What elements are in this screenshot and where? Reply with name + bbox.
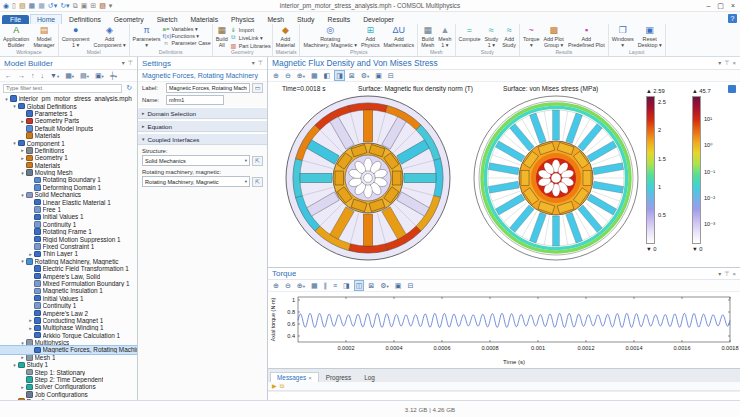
zoom-extents-icon[interactable]: ⊕▾ [295, 280, 307, 291]
move-up-icon[interactable]: ↑ [29, 70, 37, 81]
image-snapshot-icon[interactable]: ▣ [393, 280, 404, 291]
tree-node[interactable]: ▾interior_pm_motor_stress_analysis.mph [0, 95, 137, 102]
x-log-scale-icon[interactable]: ∥ [322, 280, 330, 291]
tree-node[interactable]: ▸Definitions [0, 147, 137, 154]
tree-node[interactable]: Ampère's Law, Solid [0, 272, 137, 279]
plot-toggle-icon[interactable]: ◨ [334, 70, 345, 81]
tree-node[interactable]: Continuity 1 [0, 302, 137, 309]
pin-icon[interactable]: ⊤ [724, 271, 729, 277]
section-domain-selection[interactable]: ▸ Domain Selection [138, 107, 267, 119]
open-file-icon[interactable]: ▧ [19, 2, 26, 9]
chevron-right-icon[interactable]: ▸ [27, 251, 34, 257]
ribbon-tab-sketch[interactable]: Sketch [151, 15, 184, 24]
chevron-right-icon[interactable]: ▸ [19, 354, 26, 360]
zoom-out-icon[interactable]: ⊖ [283, 70, 293, 81]
copy-text-icon[interactable]: ⧉ [280, 383, 284, 389]
messages-tab-log[interactable]: Log [358, 373, 381, 382]
chevron-right-icon[interactable]: ▸ [19, 147, 26, 153]
redo-icon[interactable]: ↻▾ [60, 2, 69, 9]
close-icon[interactable]: × [732, 60, 736, 66]
section-coupled-interfaces[interactable]: ▾ Coupled Interfaces [138, 133, 267, 145]
livelink-button[interactable]: ⧉LiveLink ▾ [230, 34, 271, 41]
parameters-button[interactable]: πParameters▾ [131, 25, 163, 48]
tree-node[interactable]: ▸Geometry 1 [0, 154, 137, 161]
zoom-in-icon[interactable]: ⊕ [271, 280, 281, 291]
model-manager-button[interactable]: ▤ModelManager [31, 25, 56, 48]
panel-menu-icon[interactable]: ▾ [718, 271, 721, 277]
comsol-logo-icon[interactable]: ◉ [3, 2, 9, 9]
minimize-icon[interactable]: – [706, 2, 710, 9]
chevron-right-icon[interactable]: ▸ [27, 325, 34, 331]
y-log-scale-icon[interactable]: ≡ [331, 280, 339, 291]
tree-node[interactable]: ▾Solid Mechanics [0, 191, 137, 198]
part-libraries-button[interactable]: ▥Part Libraries [230, 42, 271, 49]
filter-icon[interactable]: ╪▾ [108, 70, 119, 81]
component-1-button[interactable]: ●Component1 ▾ [60, 25, 92, 48]
save-file-icon[interactable]: ▦ [29, 2, 36, 9]
tree-node[interactable]: ▸Geometry Parts [0, 117, 137, 124]
ribbon-tab-mesh[interactable]: Mesh [261, 15, 290, 24]
zoom-in-icon[interactable]: ⊕ [271, 70, 281, 81]
tree-node[interactable]: ▾Global Definitions [0, 102, 137, 109]
parameter-case-button[interactable]: πParameter Case [162, 40, 210, 46]
sort-icon[interactable]: ▤▾ [78, 70, 91, 81]
zoom-extents-icon[interactable]: ⊕▾ [295, 70, 307, 81]
tree-node[interactable]: Materials [0, 162, 137, 169]
chevron-down-icon[interactable]: ▾ [11, 103, 18, 109]
ribbon-tab-materials[interactable]: Materials [184, 15, 224, 24]
tree-node[interactable]: Free 1 [0, 206, 137, 213]
tree-node[interactable]: Deforming Domain 1 [0, 184, 137, 191]
rmm-select[interactable]: Rotating Machinery, Magnetic ▾ [142, 176, 250, 187]
chevron-down-icon[interactable]: ▾ [19, 258, 26, 264]
tree-node[interactable]: ▾Multiphysics [0, 339, 137, 346]
ribbon-tab-developer[interactable]: Developer [357, 15, 400, 24]
chevron-right-icon[interactable]: ▸ [27, 317, 34, 323]
tree-node[interactable]: Magnetic Insulation 1 [0, 287, 137, 294]
tree-node[interactable]: ▾Component 1 [0, 139, 137, 146]
close-icon[interactable]: × [731, 2, 735, 9]
ribbon-tab-results[interactable]: Results [321, 15, 356, 24]
build-mesh-button[interactable]: ▦BuildMesh [419, 25, 436, 48]
tree-node[interactable]: ▸Mesh 1 [0, 354, 137, 361]
close-tab-icon[interactable]: × [308, 375, 312, 381]
grid-toggle-icon[interactable]: ◫ [354, 280, 365, 291]
application-builder-button[interactable]: AApplicationBuilder [1, 25, 31, 48]
tree-node[interactable]: Linear Elastic Material 1 [0, 198, 137, 205]
tree-node[interactable]: ▾Moving Mesh [0, 169, 137, 176]
image-toggle-icon[interactable]: ◧ [322, 70, 333, 81]
tree-node[interactable]: Rotating Boundary 1 [0, 176, 137, 183]
graphics-canvas[interactable]: Time=0.0018 s Surface: Magnetic flux den… [268, 82, 740, 267]
chevron-down-icon[interactable]: ▾ [3, 96, 10, 102]
ribbon-tab-geometry[interactable]: Geometry [108, 15, 150, 24]
ribbon-tab-home[interactable]: Home [30, 14, 62, 24]
tree-node[interactable]: ▸Solver Configurations [0, 383, 137, 390]
section-equation[interactable]: ▸ Equation [138, 120, 267, 132]
functions-button[interactable]: f(x)Functions ▾ [162, 33, 210, 39]
chevron-down-icon[interactable]: ▾ [11, 362, 18, 368]
tree-node[interactable]: Initial Values 1 [0, 295, 137, 302]
undo-icon[interactable]: ↺▾ [48, 2, 57, 9]
build-all-button[interactable]: ▦BuildAll [214, 25, 230, 48]
tree-node[interactable]: Electric Field Transformation 1 [0, 265, 137, 272]
tree-node[interactable]: Parameters 1 [0, 110, 137, 117]
label-field-input[interactable] [166, 83, 250, 93]
chevron-down-icon[interactable]: ▾ [19, 170, 26, 176]
rotating-machinery-magnetic-button[interactable]: ◎RotatingMachinery, Magnetic ▾ [301, 25, 359, 48]
legend-toggle-icon[interactable]: ◨ [341, 280, 352, 291]
back-icon[interactable]: ← [3, 70, 14, 81]
tree-node[interactable]: ▾Rotating Machinery, Magnetic [0, 258, 137, 265]
tree-node[interactable]: Materials [0, 132, 137, 139]
filter-input[interactable] [3, 84, 122, 93]
tree-node[interactable]: Initial Values 1 [0, 213, 137, 220]
torque-button[interactable]: ~Torque▾ [521, 25, 541, 48]
zoom-box-icon[interactable]: ▦ [309, 280, 320, 291]
messages-tab-messages[interactable]: Messages× [270, 372, 319, 382]
paste-icon[interactable]: ▣ [81, 2, 88, 9]
plot-settings-icon[interactable]: ⚙▾ [378, 280, 391, 291]
zoom-out-icon[interactable]: ⊖ [283, 280, 293, 291]
messages-tab-progress[interactable]: Progress [320, 373, 358, 382]
go-to-interface-button[interactable]: ⇱ [252, 156, 263, 166]
image-snapshot-icon[interactable]: ▣ [373, 70, 384, 81]
add-physics-button[interactable]: ⊞AddPhysics [359, 25, 382, 48]
print-icon[interactable]: ⊟ [386, 70, 396, 81]
